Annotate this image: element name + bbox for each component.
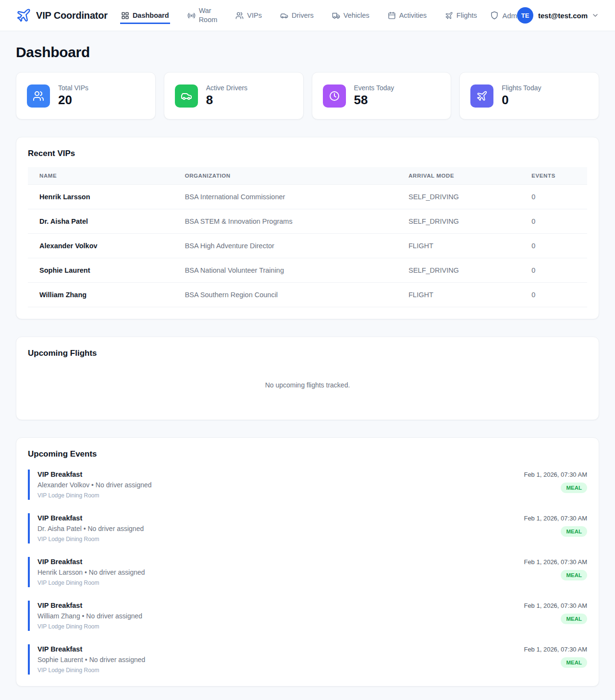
stat-value: 58 [354,93,394,108]
vip-events-count: 0 [520,258,587,283]
column-header: Events [520,167,587,185]
vip-events-count: 0 [520,209,587,234]
vip-arrival-mode: SELF_DRIVING [397,185,520,209]
radio-icon [187,12,196,20]
plane-logo-icon [16,8,31,23]
users-icon [235,12,244,20]
vip-events-count: 0 [520,234,587,258]
nav-item-flights[interactable]: Flights [444,8,478,24]
event-subtitle: Henrik Larsson • No driver assigned [37,568,145,576]
vip-events-count: 0 [520,283,587,307]
stat-card: Total VIPs 20 [16,72,156,120]
avatar[interactable]: TE [517,7,533,24]
stat-card: Events Today 58 [312,72,452,120]
event-item: VIP Breakfast Henrik Larsson • No driver… [28,557,587,587]
upcoming-events-card: Upcoming Events VIP Breakfast Alexander … [16,437,599,687]
upcoming-events-title: Upcoming Events [28,449,587,459]
vip-organization: BSA High Adventure Director [173,234,397,258]
event-location: VIP Lodge Dining Room [37,579,145,586]
main-nav: Dashboard War Room VIPs Drivers Vehicles [120,3,478,27]
column-header: Organization [173,167,397,185]
event-location: VIP Lodge Dining Room [37,492,152,499]
event-subtitle: Sophie Laurent • No driver assigned [37,656,145,664]
event-subtitle: Dr. Aisha Patel • No driver assigned [37,525,144,532]
nav-item-vehicles[interactable]: Vehicles [331,8,370,24]
users-icon [27,84,50,108]
vip-arrival-mode: FLIGHT [397,283,520,307]
calendar-icon [388,12,396,20]
event-item: VIP Breakfast Alexander Volkov • No driv… [28,470,587,500]
empty-flights-message: No upcoming flights tracked. [28,358,587,408]
events-list: VIP Breakfast Alexander Volkov • No driv… [28,470,587,675]
stat-value: 8 [206,93,247,108]
event-title: VIP Breakfast [37,514,144,522]
table-row: William Zhang BSA Southern Region Counci… [28,283,587,307]
brand-name: VIP Coordinator [36,10,108,21]
nav-item-vips[interactable]: VIPs [234,8,263,24]
bottom-spacer [16,687,599,699]
vip-name: Henrik Larsson [28,185,173,209]
stat-card: Active Drivers 8 [164,72,304,120]
event-location: VIP Lodge Dining Room [37,536,144,543]
stat-value: 20 [58,93,88,108]
stat-label: Events Today [354,84,394,92]
recent-vips-card: Recent VIPs NameOrganizationArrival Mode… [16,137,599,319]
event-title: VIP Breakfast [37,645,145,653]
event-title: VIP Breakfast [37,558,145,566]
user-email[interactable]: test@test.com [538,12,588,20]
car-icon [175,84,198,108]
stat-label: Flights Today [502,84,541,92]
clock-icon [323,84,346,108]
event-datetime: Feb 1, 2026, 07:30 AM [524,646,587,653]
event-type-badge: MEAL [561,526,587,537]
event-title: VIP Breakfast [37,471,152,478]
event-type-badge: MEAL [561,657,587,668]
event-location: VIP Lodge Dining Room [37,623,142,630]
nav-item-dashboard[interactable]: Dashboard [120,8,170,24]
chevron-down-icon[interactable] [591,12,599,19]
plane-icon [470,84,493,108]
nav-item-war-room[interactable]: War Room [186,3,219,29]
event-datetime: Feb 1, 2026, 07:30 AM [524,515,587,522]
event-type-badge: MEAL [561,614,587,624]
stats-row: Total VIPs 20 Active Drivers 8 Events To… [16,72,599,120]
vip-arrival-mode: SELF_DRIVING [397,258,520,283]
event-datetime: Feb 1, 2026, 07:30 AM [524,602,587,609]
brand[interactable]: VIP Coordinator [16,8,108,23]
recent-vips-title: Recent VIPs [28,149,587,158]
vip-name: Dr. Aisha Patel [28,209,173,234]
nav-item-drivers[interactable]: Drivers [279,8,315,24]
stat-label: Total VIPs [58,84,88,92]
table-row: Dr. Aisha Patel BSA STEM & Innovation Pr… [28,209,587,234]
shield-icon [490,11,499,20]
vip-organization: BSA National Volunteer Training [173,258,397,283]
event-type-badge: MEAL [561,483,587,493]
vip-organization: BSA STEM & Innovation Programs [173,209,397,234]
nav-item-activities[interactable]: Activities [387,8,428,24]
vip-arrival-mode: SELF_DRIVING [397,209,520,234]
page-title: Dashboard [16,44,599,60]
top-navbar: VIP Coordinator Dashboard War Room VIPs … [0,0,615,31]
vip-organization: BSA International Commissioner [173,185,397,209]
event-type-badge: MEAL [561,570,587,580]
plane-icon [445,12,453,20]
event-title: VIP Breakfast [37,602,142,609]
stat-card: Flights Today 0 [459,72,599,120]
upcoming-flights-card: Upcoming Flights No upcoming flights tra… [16,337,599,420]
vip-organization: BSA Southern Region Council [173,283,397,307]
column-header: Name [28,167,173,185]
stat-label: Active Drivers [206,84,247,92]
car-icon [280,12,288,20]
table-row: Sophie Laurent BSA National Volunteer Tr… [28,258,587,283]
event-datetime: Feb 1, 2026, 07:30 AM [524,558,587,566]
grid-icon [121,12,129,20]
event-item: VIP Breakfast Sophie Laurent • No driver… [28,644,587,675]
table-row: Alexander Volkov BSA High Adventure Dire… [28,234,587,258]
vip-name: Sophie Laurent [28,258,173,283]
vip-arrival-mode: FLIGHT [397,234,520,258]
event-item: VIP Breakfast William Zhang • No driver … [28,601,587,631]
event-datetime: Feb 1, 2026, 07:30 AM [524,471,587,478]
vip-name: William Zhang [28,283,173,307]
truck-icon [332,12,340,20]
vip-events-count: 0 [520,185,587,209]
